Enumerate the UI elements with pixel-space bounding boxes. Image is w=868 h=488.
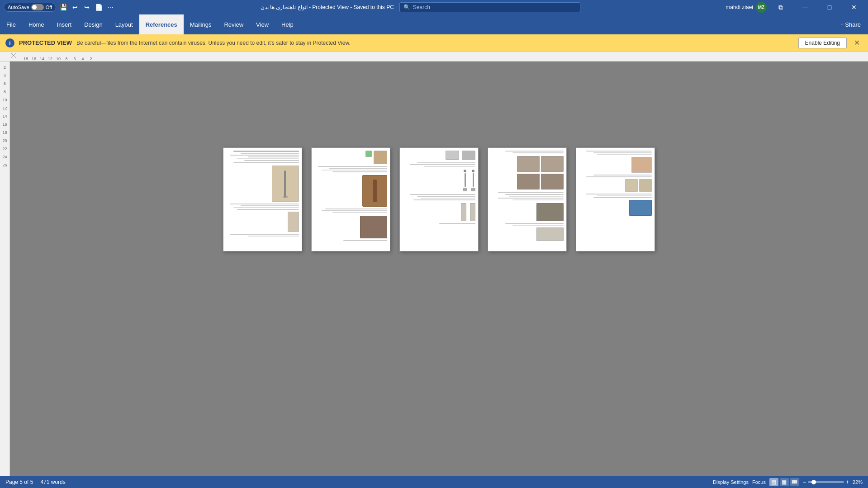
autosave-toggle[interactable]: AutoSave Off bbox=[4, 3, 56, 12]
ruler-num-12: 12 bbox=[46, 57, 54, 61]
left-ruler-12: 12 bbox=[2, 104, 7, 112]
autosave-label: AutoSave bbox=[8, 5, 29, 10]
page-1-content: spine bbox=[223, 148, 302, 251]
tab-mailings[interactable]: Mailings bbox=[184, 14, 218, 34]
autosave-toggle-switch[interactable] bbox=[31, 4, 44, 10]
left-ruler-14: 14 bbox=[2, 112, 7, 120]
ruler-corner bbox=[10, 52, 20, 61]
protected-view-bar: i PROTECTED VIEW Be careful—files from t… bbox=[0, 34, 868, 52]
protected-icon: i bbox=[5, 38, 14, 47]
ruler-num-18: 18 bbox=[22, 57, 30, 61]
tab-insert[interactable]: Insert bbox=[51, 14, 78, 34]
page-3-content bbox=[400, 148, 478, 251]
file-icon[interactable]: 📄 bbox=[94, 3, 103, 12]
title-bar-center: انواع ناهنجاری ها بدن - Protected View -… bbox=[115, 2, 726, 12]
page-info: Page 5 of 5 bbox=[5, 479, 33, 485]
restore-button[interactable]: ⧉ bbox=[770, 0, 791, 14]
page-4-thumbnail[interactable] bbox=[488, 147, 567, 251]
tab-help[interactable]: Help bbox=[275, 14, 300, 34]
left-ruler-10: 10 bbox=[2, 96, 7, 104]
ribbon: File Home Insert Design Layout Reference… bbox=[0, 14, 868, 34]
pages-row: spine bbox=[223, 147, 655, 251]
undo-icon[interactable]: ↩ bbox=[71, 3, 80, 12]
tab-view[interactable]: View bbox=[250, 14, 275, 34]
close-button[interactable]: ✕ bbox=[844, 0, 864, 14]
document-title: انواع ناهنجاری ها بدن - Protected View -… bbox=[261, 4, 394, 10]
save-icon[interactable]: 💾 bbox=[59, 3, 68, 12]
search-input[interactable] bbox=[413, 4, 576, 10]
ruler-container: 18 16 14 12 10 8 6 4 2 bbox=[0, 52, 868, 62]
zoom-level: 22% bbox=[853, 479, 863, 485]
view-print-layout-button[interactable]: ▤ bbox=[769, 478, 778, 486]
protected-view-message: Be careful—files from the Internet can c… bbox=[76, 40, 794, 46]
left-ruler-6: 6 bbox=[4, 80, 6, 88]
redo-icon[interactable]: ↪ bbox=[82, 3, 91, 12]
search-icon: 🔍 bbox=[403, 4, 410, 10]
ruler-num-14: 14 bbox=[38, 57, 46, 61]
left-ruler-24: 24 bbox=[2, 153, 7, 161]
zoom-slider: − + bbox=[803, 479, 849, 485]
tab-file[interactable]: File bbox=[0, 14, 22, 34]
left-ruler-4: 4 bbox=[4, 71, 6, 80]
ruler-corner-icon bbox=[10, 52, 17, 59]
page-3-thumbnail[interactable] bbox=[399, 147, 479, 251]
page-5-thumbnail[interactable] bbox=[576, 147, 655, 251]
word-count: 471 words bbox=[40, 479, 65, 485]
search-bar[interactable]: 🔍 bbox=[399, 2, 580, 12]
zoom-thumb bbox=[811, 480, 816, 484]
left-ruler-26: 26 bbox=[2, 161, 7, 169]
zoom-track[interactable] bbox=[808, 481, 844, 483]
top-ruler: 18 16 14 12 10 8 6 4 2 bbox=[20, 52, 868, 61]
user-avatar: MZ bbox=[756, 2, 767, 13]
tab-design[interactable]: Design bbox=[78, 14, 109, 34]
left-ruler-22: 22 bbox=[2, 145, 7, 153]
left-ruler-16: 16 bbox=[2, 120, 7, 128]
maximize-button[interactable]: □ bbox=[819, 0, 840, 14]
ruler-num-10: 10 bbox=[54, 57, 62, 61]
ruler-num-16: 16 bbox=[30, 57, 38, 61]
enable-editing-button[interactable]: Enable Editing bbox=[798, 38, 847, 48]
autosave-state: Off bbox=[46, 5, 52, 10]
page-2-content bbox=[312, 148, 390, 251]
ruler-num-2: 2 bbox=[87, 57, 95, 61]
tab-home[interactable]: Home bbox=[22, 14, 51, 34]
left-ruler-8: 8 bbox=[4, 88, 6, 96]
display-settings-button[interactable]: Display Settings bbox=[713, 479, 749, 485]
page-5-content bbox=[576, 148, 655, 251]
status-bar: Page 5 of 5 471 words Display Settings F… bbox=[0, 476, 868, 488]
left-ruler-18: 18 bbox=[2, 128, 7, 137]
user-info: mahdi ziaei MZ bbox=[726, 2, 767, 13]
left-ruler-2: 2 bbox=[4, 63, 6, 71]
minimize-button[interactable]: — bbox=[795, 0, 816, 14]
username-label: mahdi ziaei bbox=[726, 4, 753, 10]
status-left: Page 5 of 5 471 words bbox=[5, 479, 66, 485]
page-1-thumbnail[interactable]: spine bbox=[223, 147, 302, 251]
tab-review[interactable]: Review bbox=[218, 14, 250, 34]
share-icon: ↑ bbox=[840, 21, 844, 28]
view-web-layout-button[interactable]: ▦ bbox=[780, 478, 789, 486]
close-protected-bar-icon[interactable]: ✕ bbox=[851, 38, 863, 47]
left-ruler-20: 20 bbox=[2, 137, 7, 145]
view-read-mode-button[interactable]: 📖 bbox=[790, 478, 799, 486]
left-ruler: 2 4 6 8 10 12 14 16 18 20 22 24 26 bbox=[0, 62, 10, 476]
title-bar-right: mahdi ziaei MZ ⧉ — □ ✕ bbox=[726, 0, 864, 14]
tab-layout[interactable]: Layout bbox=[109, 14, 139, 34]
ruler-num-4: 4 bbox=[79, 57, 87, 61]
zoom-in-icon[interactable]: + bbox=[846, 479, 849, 485]
main-area: 2 4 6 8 10 12 14 16 18 20 22 24 26 bbox=[0, 62, 868, 476]
title-bar: AutoSave Off 💾 ↩ ↪ 📄 ⋯ انواع ناهنجاری ها… bbox=[0, 0, 868, 14]
ruler-num-8: 8 bbox=[62, 57, 71, 61]
page-4-content bbox=[488, 148, 566, 251]
document-canvas: spine bbox=[10, 62, 868, 476]
status-right: Display Settings Focus ▤ ▦ 📖 − + 22% bbox=[713, 478, 863, 486]
title-bar-left: AutoSave Off 💾 ↩ ↪ 📄 ⋯ bbox=[4, 3, 115, 12]
tab-references[interactable]: References bbox=[139, 14, 184, 34]
ruler-num-6: 6 bbox=[71, 57, 79, 61]
more-icon[interactable]: ⋯ bbox=[106, 3, 115, 12]
focus-button[interactable]: Focus bbox=[752, 479, 766, 485]
zoom-out-icon[interactable]: − bbox=[803, 479, 806, 485]
page-2-thumbnail[interactable] bbox=[311, 147, 390, 251]
view-buttons: ▤ ▦ 📖 bbox=[769, 478, 799, 486]
ruler-marks: 18 16 14 12 10 8 6 4 2 bbox=[20, 52, 868, 61]
share-button[interactable]: ↑ Share bbox=[833, 14, 868, 34]
